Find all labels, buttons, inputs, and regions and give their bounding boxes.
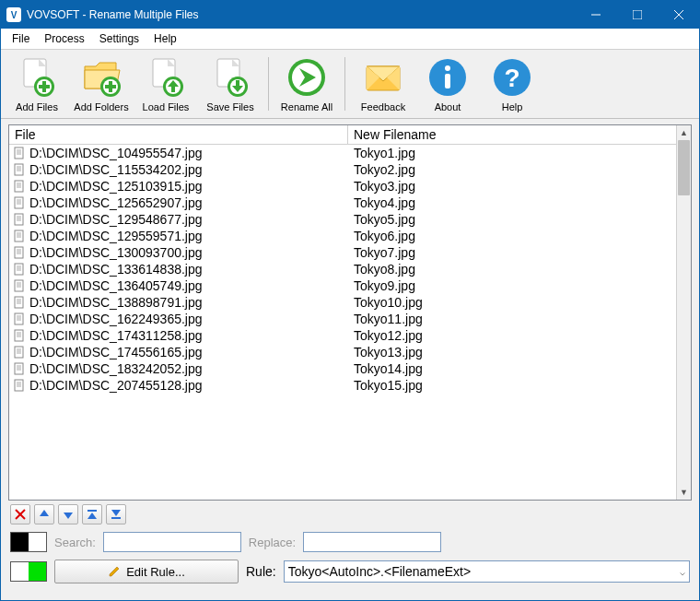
- move-up-button[interactable]: [34, 504, 54, 524]
- svg-text:?: ?: [504, 64, 519, 92]
- row-controls: [8, 501, 692, 528]
- app-icon: V: [6, 7, 21, 22]
- toolbar-help-button[interactable]: ?Help: [480, 52, 544, 116]
- move-down-button[interactable]: [58, 504, 78, 524]
- cell-file: D:\DCIM\DSC_115534202.jpg: [9, 162, 348, 177]
- svg-rect-70: [15, 280, 23, 291]
- svg-rect-66: [15, 264, 23, 275]
- svg-marker-100: [40, 510, 49, 516]
- table-row[interactable]: D:\DCIM\DSC_174556165.jpgTokyo13.jpg: [9, 344, 676, 360]
- table-row[interactable]: D:\DCIM\DSC_129559571.jpgTokyo6.jpg: [9, 228, 676, 244]
- load-files-icon: [144, 55, 188, 100]
- arrow-bottom-icon: [110, 508, 122, 521]
- about-icon: [426, 55, 470, 100]
- menubar: File Process Settings Help: [1, 29, 699, 50]
- column-header-file[interactable]: File: [9, 125, 348, 144]
- arrow-up-icon: [38, 508, 51, 521]
- delete-row-button[interactable]: [10, 504, 30, 524]
- table-row[interactable]: D:\DCIM\DSC_207455128.jpgTokyo15.jpg: [9, 377, 676, 394]
- cell-new-filename: Tokyo8.jpg: [348, 262, 676, 277]
- menu-settings[interactable]: Settings: [92, 30, 146, 47]
- help-icon: ?: [490, 55, 534, 100]
- table-row[interactable]: D:\DCIM\DSC_174311258.jpgTokyo12.jpg: [9, 327, 676, 344]
- svg-marker-104: [111, 510, 121, 516]
- rename-all-icon: [285, 55, 329, 100]
- chevron-down-icon: ⌵: [680, 567, 685, 577]
- cell-file: D:\DCIM\DSC_138898791.jpg: [9, 295, 348, 310]
- cell-file: D:\DCIM\DSC_174311258.jpg: [9, 328, 348, 343]
- svg-rect-19: [171, 86, 175, 92]
- search-input[interactable]: [103, 532, 241, 552]
- cell-file: D:\DCIM\DSC_207455128.jpg: [9, 378, 348, 393]
- file-table: File New Filename D:\DCIM\DSC_104955547.…: [8, 124, 692, 501]
- scrollbar-thumb[interactable]: [678, 140, 690, 195]
- toolbar-label: Add Files: [16, 101, 58, 112]
- table-row[interactable]: D:\DCIM\DSC_129548677.jpgTokyo5.jpg: [9, 211, 676, 228]
- cell-new-filename: Tokyo6.jpg: [348, 229, 676, 243]
- svg-rect-13: [105, 85, 116, 88]
- toolbar-label: Rename All: [281, 101, 332, 112]
- replace-label: Replace:: [249, 536, 296, 549]
- add-files-icon: [15, 55, 59, 100]
- table-row[interactable]: D:\DCIM\DSC_162249365.jpgTokyo11.jpg: [9, 311, 676, 327]
- table-row[interactable]: D:\DCIM\DSC_133614838.jpgTokyo8.jpg: [9, 261, 676, 277]
- minimize-button[interactable]: [575, 1, 616, 29]
- menu-process[interactable]: Process: [37, 30, 91, 47]
- table-row[interactable]: D:\DCIM\DSC_104955547.jpgTokyo1.jpg: [9, 145, 676, 161]
- toolbar-add-files-button[interactable]: Add Files: [5, 52, 69, 116]
- toolbar-label: Save Files: [206, 101, 253, 112]
- column-header-new-filename[interactable]: New Filename: [348, 125, 676, 144]
- svg-rect-94: [15, 380, 23, 391]
- menu-file[interactable]: File: [5, 30, 37, 47]
- svg-rect-42: [15, 164, 23, 175]
- save-files-icon: [208, 55, 252, 100]
- rule-toggle-swatch[interactable]: [10, 561, 47, 582]
- svg-rect-86: [15, 347, 23, 358]
- table-row[interactable]: D:\DCIM\DSC_125103915.jpgTokyo3.jpg: [9, 178, 676, 194]
- vertical-scrollbar[interactable]: ▲ ▼: [676, 125, 691, 500]
- svg-rect-38: [15, 147, 23, 159]
- edit-rule-button[interactable]: Edit Rule...: [54, 560, 239, 583]
- move-bottom-button[interactable]: [106, 504, 126, 524]
- table-row[interactable]: D:\DCIM\DSC_183242052.jpgTokyo14.jpg: [9, 360, 676, 377]
- cell-new-filename: Tokyo9.jpg: [348, 278, 676, 293]
- table-row[interactable]: D:\DCIM\DSC_115534202.jpgTokyo2.jpg: [9, 161, 676, 178]
- search-replace-row: Search: Replace:: [8, 528, 692, 556]
- delete-x-icon: [14, 508, 27, 521]
- move-top-button[interactable]: [82, 504, 102, 524]
- toolbar-about-button[interactable]: About: [415, 52, 480, 116]
- rule-label: Rule:: [246, 564, 276, 579]
- maximize-button[interactable]: [616, 1, 658, 29]
- table-row[interactable]: D:\DCIM\DSC_138898791.jpgTokyo10.jpg: [9, 294, 676, 311]
- svg-point-34: [445, 65, 450, 71]
- cell-file: D:\DCIM\DSC_129548677.jpg: [9, 212, 348, 227]
- search-label: Search:: [54, 536, 96, 549]
- toolbar-add-folders-button[interactable]: Add Folders: [69, 52, 134, 116]
- toolbar-save-files-button[interactable]: Save Files: [198, 52, 262, 116]
- cell-new-filename: Tokyo11.jpg: [348, 312, 676, 326]
- toolbar-label: About: [435, 101, 461, 112]
- table-row[interactable]: D:\DCIM\DSC_130093700.jpgTokyo7.jpg: [9, 244, 676, 261]
- cell-new-filename: Tokyo3.jpg: [348, 179, 676, 194]
- svg-marker-101: [64, 513, 73, 519]
- toolbar-rename-all-button[interactable]: Rename All: [274, 52, 339, 116]
- arrow-top-icon: [86, 508, 99, 521]
- replace-input[interactable]: [303, 532, 441, 552]
- scroll-down-icon[interactable]: ▼: [677, 485, 691, 500]
- table-row[interactable]: D:\DCIM\DSC_136405749.jpgTokyo9.jpg: [9, 277, 676, 294]
- cell-file: D:\DCIM\DSC_174556165.jpg: [9, 345, 348, 359]
- table-row[interactable]: D:\DCIM\DSC_125652907.jpgTokyo4.jpg: [9, 194, 676, 211]
- scroll-up-icon[interactable]: ▲: [677, 125, 691, 140]
- menu-help[interactable]: Help: [146, 30, 184, 47]
- svg-rect-9: [39, 85, 50, 88]
- edit-rule-label: Edit Rule...: [126, 565, 185, 579]
- close-button[interactable]: [658, 1, 699, 29]
- feedback-icon: [361, 55, 405, 100]
- toolbar-load-files-button[interactable]: Load Files: [134, 52, 198, 116]
- cell-file: D:\DCIM\DSC_125652907.jpg: [9, 195, 348, 210]
- cell-file: D:\DCIM\DSC_104955547.jpg: [9, 146, 348, 160]
- toolbar-feedback-button[interactable]: Feedback: [351, 52, 415, 116]
- search-toggle-swatch[interactable]: [10, 532, 47, 552]
- cell-new-filename: Tokyo14.jpg: [348, 361, 676, 376]
- rule-dropdown[interactable]: Tokyo<AutoInc>.<FilenameExt> ⌵: [284, 560, 690, 583]
